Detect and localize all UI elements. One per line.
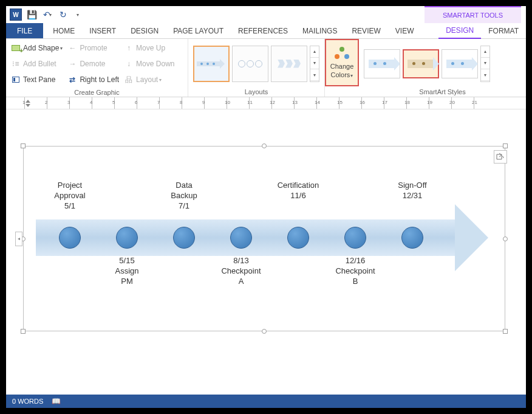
timeline-label[interactable]: Certification11/6 (265, 181, 332, 201)
smartart-timeline[interactable]: ProjectApproval5/15/15AssignPMDataBackup… (36, 213, 491, 262)
change-colors-icon (333, 47, 350, 61)
timeline-label[interactable]: 5/15AssignPM (94, 256, 160, 287)
tab-smartart-design[interactable]: DESIGN (438, 23, 481, 39)
group-change-colors: Change Colors ▾ (325, 39, 359, 97)
add-shape-label: Add Shape (23, 44, 59, 52)
tab-view[interactable]: VIEW (388, 23, 421, 38)
group-label-create-graphic: Create Graphic (9, 88, 185, 97)
timeline-label[interactable]: ProjectApproval5/1 (36, 181, 103, 212)
status-bar: 0 WORDS 📖 (6, 395, 526, 408)
timeline-node[interactable] (287, 227, 309, 249)
tab-references[interactable]: REFERENCES (231, 23, 295, 38)
horizontal-ruler[interactable]: 123456789101112131415161718192021 (6, 97, 526, 109)
resize-handle[interactable] (21, 143, 26, 148)
resize-handle[interactable] (503, 329, 508, 334)
tab-file[interactable]: FILE (6, 23, 43, 38)
save-icon[interactable]: 💾 (26, 9, 38, 21)
layout-gallery-item[interactable] (193, 46, 230, 82)
add-bullet-label: Add Bullet (23, 60, 56, 68)
style-gallery-scroll[interactable]: ▴▾▾ (480, 46, 490, 82)
layout-gallery-item[interactable] (271, 46, 307, 82)
group-label-styles: SmartArt Styles (361, 87, 523, 97)
timeline-label[interactable]: DataBackup7/1 (151, 181, 217, 212)
layout-button: 品Layout ▾ (124, 73, 174, 86)
promote-label: Promote (80, 44, 107, 52)
tab-review[interactable]: REVIEW (344, 23, 387, 38)
undo-icon[interactable]: ↶▾ (41, 9, 53, 21)
change-colors-button[interactable]: Change Colors ▾ (325, 39, 359, 86)
tab-smartart-format[interactable]: FORMAT (481, 23, 526, 38)
group-label-layouts: Layouts (191, 87, 322, 97)
ribbon-tabs: FILE HOME INSERT DESIGN PAGE LAYOUT REFE… (6, 23, 526, 39)
move-down-button: ↓Move Down (124, 57, 174, 71)
resize-handle[interactable] (262, 143, 267, 148)
word-window: W 💾 ↶▾ ↻ ▾ SMARTART TOOLS FILE HOME INSE… (6, 6, 526, 408)
move-down-label: Move Down (136, 60, 174, 68)
spelling-status-icon[interactable]: 📖 (52, 397, 61, 405)
status-word-count[interactable]: 0 WORDS (12, 398, 43, 405)
qat-customize-icon[interactable]: ▾ (72, 9, 84, 21)
tab-design[interactable]: DESIGN (123, 23, 166, 38)
timeline-node[interactable] (173, 227, 195, 249)
add-bullet-button: ⁝≡Add Bullet (11, 57, 63, 71)
change-colors-l1: Change (330, 63, 354, 70)
style-gallery-item[interactable] (403, 49, 439, 78)
timeline-node[interactable] (116, 227, 138, 249)
resize-handle[interactable] (262, 329, 267, 334)
quick-access-toolbar: W 💾 ↶▾ ↻ ▾ (6, 9, 84, 21)
layout-options-icon[interactable] (494, 150, 507, 164)
redo-icon[interactable]: ↻ (57, 9, 69, 21)
layout-gallery-scroll[interactable]: ▴▾▾ (310, 46, 319, 82)
change-colors-l2: Colors (331, 71, 350, 78)
move-up-label: Move Up (136, 44, 165, 52)
smartart-canvas[interactable]: ◂ ProjectApproval5/15/15AssignPMDataBack… (23, 146, 505, 331)
move-up-button: ↑Move Up (124, 41, 174, 55)
group-create-graphic: Add Shape ▾ ⁝≡Add Bullet Text Pane ←Prom… (6, 39, 188, 97)
tab-page-layout[interactable]: PAGE LAYOUT (166, 23, 231, 38)
tab-insert[interactable]: INSERT (82, 23, 123, 38)
add-shape-button[interactable]: Add Shape ▾ (11, 41, 63, 55)
resize-handle[interactable] (503, 143, 508, 148)
demote-button: →Demote (67, 57, 119, 71)
timeline-node[interactable] (401, 227, 423, 249)
resize-handle[interactable] (503, 236, 508, 241)
title-bar: W 💾 ↶▾ ↻ ▾ SMARTART TOOLS (6, 6, 526, 23)
word-logo-icon: W (10, 9, 22, 21)
tab-home[interactable]: HOME (46, 23, 82, 38)
timeline-label[interactable]: 12/16CheckpointB (322, 256, 389, 287)
text-pane-button[interactable]: Text Pane (11, 73, 63, 86)
resize-handle[interactable] (21, 329, 26, 334)
timeline-label[interactable]: Sign-Off12/31 (379, 181, 446, 201)
style-gallery-item[interactable] (442, 49, 478, 78)
timeline-node[interactable] (344, 227, 366, 249)
document-area[interactable]: ◂ ProjectApproval5/15/15AssignPMDataBack… (6, 109, 526, 395)
text-pane-label: Text Pane (23, 75, 55, 84)
contextual-tab-title: SMARTART TOOLS (425, 6, 521, 23)
demote-label: Demote (80, 60, 105, 68)
tab-mailings[interactable]: MAILINGS (295, 23, 344, 38)
promote-button: ←Promote (67, 41, 119, 55)
ribbon: Add Shape ▾ ⁝≡Add Bullet Text Pane ←Prom… (6, 39, 526, 97)
timeline-node[interactable] (59, 227, 81, 249)
right-to-left-button[interactable]: ⇄Right to Left (67, 73, 119, 86)
style-gallery-item[interactable] (364, 49, 400, 78)
rtl-label: Right to Left (80, 75, 119, 84)
layout-gallery-item[interactable] (232, 46, 268, 82)
text-pane-toggle[interactable]: ◂ (15, 232, 22, 246)
timeline-node[interactable] (230, 227, 252, 249)
group-layouts: ▴▾▾ Layouts (188, 39, 325, 97)
timeline-arrow-head (455, 204, 488, 271)
group-smartart-styles: ▴▾▾ SmartArt Styles (359, 39, 526, 97)
timeline-label[interactable]: 8/13CheckpointA (208, 256, 275, 287)
layout-label: Layout (136, 75, 158, 84)
